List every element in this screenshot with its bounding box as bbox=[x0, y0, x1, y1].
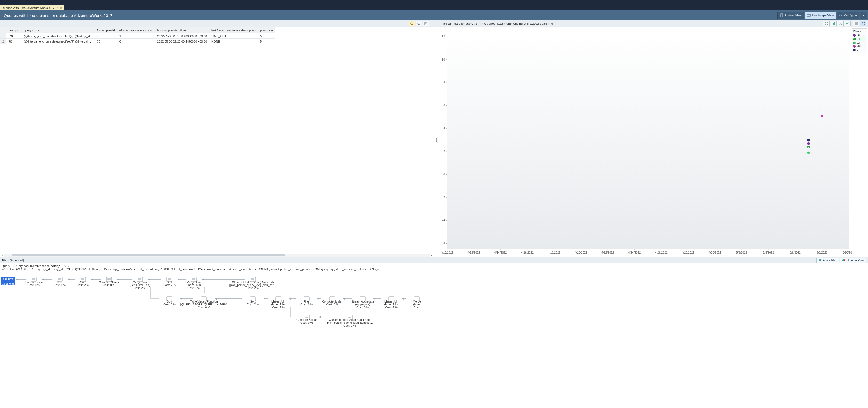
svg-text:Cost: 0 %: Cost: 0 % bbox=[301, 321, 313, 324]
svg-text:Cost: 2 %: Cost: 2 % bbox=[77, 283, 89, 287]
svg-rect-11 bbox=[833, 23, 834, 25]
scroll-thumb[interactable] bbox=[12, 254, 285, 257]
svg-text:Cost: 2 %: Cost: 2 % bbox=[247, 303, 259, 306]
plan-node-sort3[interactable]: SortCost: 5 % bbox=[163, 297, 176, 306]
column-header[interactable]: ▾forced plan failure count bbox=[117, 27, 155, 33]
chart-type2-button[interactable] bbox=[837, 21, 843, 26]
legend-label: 74 bbox=[857, 49, 860, 51]
plan-node-mj2[interactable]: Merge Join(Inner Join)Cost: 1 % bbox=[186, 277, 201, 290]
unforce-plan-button[interactable]: Unforce Plan bbox=[840, 258, 866, 263]
plan-diagram-scroll[interactable]: SELECTCost: 0 %Compute ScalarCost: 0 %To… bbox=[0, 272, 868, 408]
data-point[interactable] bbox=[807, 139, 810, 142]
configure-button[interactable]: Configure bbox=[837, 12, 859, 19]
plan-node-cs1[interactable]: Compute ScalarCost: 0 % bbox=[23, 277, 44, 287]
svg-marker-203 bbox=[402, 298, 404, 300]
chart-zoom-button[interactable] bbox=[860, 21, 866, 26]
chart-metric-button[interactable] bbox=[823, 21, 830, 26]
report-title: Queries with forced plans for database A… bbox=[4, 13, 113, 18]
scroll-right-arrow[interactable]: ▸ bbox=[430, 254, 434, 257]
svg-text:Cost: 0 %: Cost: 0 % bbox=[326, 303, 338, 306]
grid-scroll[interactable]: query idquery sql textforced plan id▾for… bbox=[0, 27, 434, 140]
svg-rect-9 bbox=[827, 24, 828, 25]
chart-stats-button[interactable] bbox=[853, 21, 859, 26]
svg-text:5/4/2022: 5/4/2022 bbox=[763, 251, 774, 254]
svg-text:Cost: 0 %: Cost: 0 % bbox=[54, 283, 66, 287]
svg-rect-12 bbox=[834, 22, 835, 25]
force-plan-button[interactable]: Force Plan bbox=[816, 258, 839, 263]
legend-item[interactable]: 79 bbox=[853, 37, 866, 41]
plan-node-mj3[interactable]: Merge Join(Inner Join)Cost: 1 % bbox=[271, 297, 285, 309]
plan-title: Plan 79 [forced] bbox=[2, 259, 24, 262]
chart-type3-button[interactable] bbox=[844, 21, 850, 26]
unforce-plan-label: Unforce Plan bbox=[846, 259, 864, 262]
table-cell: 1 bbox=[117, 33, 155, 39]
collapse-right-icon[interactable]: › bbox=[430, 20, 433, 27]
table-row[interactable]: 1(@history_end_time datetimeoffset(7),@h… bbox=[0, 33, 275, 39]
table-row[interactable]: 270(@interval_end_time datetimeoffset(7)… bbox=[0, 39, 275, 44]
chart-plot-area[interactable]: -6-4-20246810124/10/20224/12/20224/14/20… bbox=[434, 27, 852, 257]
svg-text:4/10/2022: 4/10/2022 bbox=[441, 251, 453, 254]
track-query-button[interactable] bbox=[415, 21, 422, 26]
svg-text:0: 0 bbox=[443, 173, 445, 176]
scroll-track[interactable] bbox=[4, 254, 430, 257]
column-header[interactable]: forced plan id bbox=[95, 27, 117, 33]
data-point[interactable] bbox=[807, 142, 810, 145]
plan-node-top[interactable]: TopCost: 0 % bbox=[54, 277, 66, 287]
document-tab[interactable]: Queries With Forc...dventureWorks2017] ⎘… bbox=[0, 5, 64, 10]
plan-node-cis1[interactable]: Clustered Index Scan (Clustered)[plan_pe… bbox=[229, 277, 277, 290]
plan-node-mj4[interactable]: Merge Join(Inner Join)Cost: 1 % bbox=[384, 297, 398, 309]
plan-node-mj1[interactable]: Merge Join(Left Outer Join)Cost: 2 % bbox=[130, 277, 150, 290]
column-header[interactable]: plan coun bbox=[258, 27, 275, 33]
data-point[interactable] bbox=[807, 151, 810, 154]
view-query-button[interactable] bbox=[423, 21, 429, 26]
plan-node-sagg[interactable]: Stream Aggregate(Aggregate)Cost: 0 % bbox=[351, 297, 374, 309]
column-header[interactable]: query sql text bbox=[22, 27, 95, 33]
legend-item[interactable]: 73 bbox=[853, 41, 866, 45]
svg-rect-7 bbox=[827, 22, 828, 23]
legend-item[interactable]: 74 bbox=[853, 48, 866, 52]
table-cell: (@history_end_time datetimeoffset(7),@hi… bbox=[22, 33, 95, 39]
plan-node-cs4[interactable]: Compute ScalarCost: 0 % bbox=[297, 315, 317, 324]
svg-text:2: 2 bbox=[443, 150, 445, 153]
plan-node-cs2[interactable]: Compute ScalarCost: 0 % bbox=[99, 277, 119, 287]
chart-type1-button[interactable] bbox=[830, 21, 837, 26]
svg-marker-137 bbox=[202, 279, 204, 281]
svg-text:4/20/2022: 4/20/2022 bbox=[575, 251, 587, 254]
svg-point-4 bbox=[418, 23, 419, 24]
plan-node-mergeClip[interactable]: Merge(InnerCost: bbox=[413, 297, 421, 309]
svg-text:8: 8 bbox=[443, 81, 445, 84]
plan-node-cs3[interactable]: Compute ScalarCost: 0 % bbox=[322, 297, 342, 306]
legend-item[interactable]: 86 bbox=[853, 34, 866, 37]
query-id-input[interactable] bbox=[9, 34, 19, 38]
plan-node-select[interactable]: SELECTCost: 0 % bbox=[1, 277, 15, 285]
plan-node-sort2[interactable]: SortCost: 2 % bbox=[163, 277, 176, 287]
column-header[interactable]: query id bbox=[6, 27, 22, 33]
close-icon[interactable]: ✕ bbox=[60, 6, 62, 9]
portrait-view-button[interactable]: Portrait View bbox=[777, 12, 804, 19]
data-point[interactable] bbox=[820, 115, 823, 117]
table-cell: 79 bbox=[95, 33, 117, 39]
svg-text:4/26/2022: 4/26/2022 bbox=[655, 251, 668, 254]
svg-text:Cost: 0 %: Cost: 0 % bbox=[27, 283, 40, 287]
plan-node-tvf[interactable]: Table Valued Function[QUERY_STORE_QUERY_… bbox=[181, 297, 227, 309]
svg-text:SELECT: SELECT bbox=[3, 278, 14, 281]
collapse-left-icon[interactable]: ‹ bbox=[436, 20, 439, 27]
svg-text:5/2/2022: 5/2/2022 bbox=[736, 251, 747, 254]
scroll-left-arrow[interactable]: ◂ bbox=[0, 254, 4, 257]
refresh-button[interactable] bbox=[409, 21, 415, 26]
dropdown-button[interactable]: ▾ bbox=[860, 12, 867, 19]
table-cell: 5 bbox=[258, 33, 275, 39]
legend-label: 86 bbox=[857, 34, 860, 37]
plan-node-filter[interactable]: FilterCost: 0 % bbox=[301, 297, 313, 306]
column-header[interactable]: last compile start time bbox=[155, 27, 209, 33]
plan-node-sort4[interactable]: SortCost: 2 % bbox=[247, 297, 259, 306]
plan-node-cis2[interactable]: Clustered Index Scan (Clustered)[plan_pe… bbox=[326, 315, 373, 327]
pin-icon[interactable]: ⎘ bbox=[57, 6, 58, 9]
grid-horizontal-scrollbar[interactable]: ◂ ▸ bbox=[0, 253, 434, 257]
legend-item[interactable]: 208 bbox=[853, 45, 866, 48]
plan-node-sort1[interactable]: SortCost: 2 % bbox=[77, 277, 89, 287]
column-header[interactable]: last forced plan failure description bbox=[209, 27, 258, 33]
landscape-view-button[interactable]: Landscape View bbox=[805, 12, 836, 19]
svg-text:6: 6 bbox=[443, 104, 445, 107]
landscape-view-label: Landscape View bbox=[812, 14, 834, 17]
